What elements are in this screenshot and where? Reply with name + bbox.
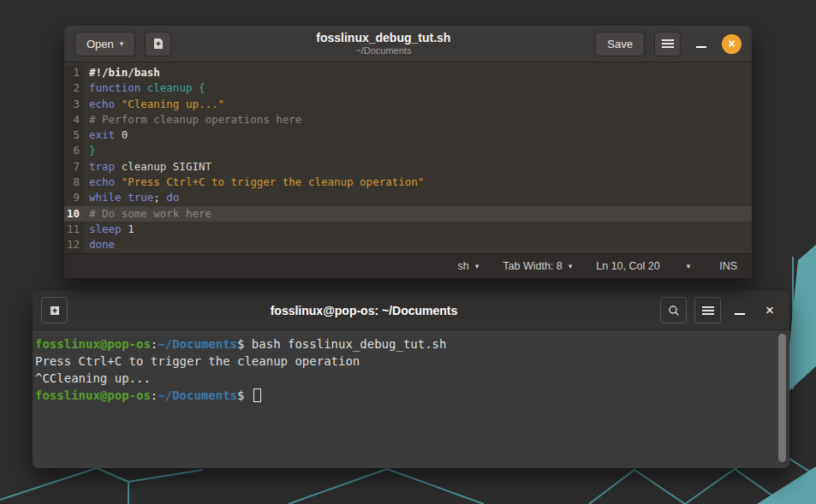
line-number: 7 bbox=[64, 159, 84, 175]
code-text: # Do some work here bbox=[84, 206, 752, 222]
window-title: fosslinux_debug_tut.sh ~/Documents bbox=[181, 31, 586, 56]
hamburger-icon bbox=[662, 39, 674, 48]
code-text: done bbox=[84, 237, 752, 252]
line-number: 2 bbox=[64, 80, 84, 96]
code-line: 3echo "Cleaning up..." bbox=[64, 97, 752, 112]
terminal-menu-button[interactable] bbox=[694, 297, 721, 323]
terminal-window: fosslinux@pop-os: ~/Documents × fosslinu… bbox=[33, 291, 789, 468]
hamburger-icon bbox=[702, 306, 714, 315]
cursor-position-selector[interactable]: Ln 10, Col 20 ▾ bbox=[596, 260, 690, 272]
code-line: 8echo "Press Ctrl+C to trigger the clean… bbox=[64, 175, 752, 190]
terminal-title: fosslinux@pop-os: ~/Documents bbox=[75, 304, 652, 317]
terminal-minimize-button[interactable] bbox=[729, 299, 751, 323]
line-number: 6 bbox=[64, 143, 84, 158]
tab-width-label: Tab Width: 8 bbox=[503, 260, 562, 272]
editor-headerbar: Open ▾ fosslinux_debug_tut.sh ~/Document… bbox=[64, 26, 752, 62]
terminal-cursor bbox=[253, 388, 261, 402]
tab-width-selector[interactable]: Tab Width: 8 ▾ bbox=[503, 260, 572, 272]
desktop-background: Open ▾ fosslinux_debug_tut.sh ~/Document… bbox=[0, 0, 816, 504]
new-tab-icon bbox=[48, 304, 62, 317]
code-line: 9while true; do bbox=[64, 190, 752, 205]
editor-code[interactable]: 1#!/bin/bash2function cleanup {3echo "Cl… bbox=[64, 62, 752, 253]
line-number: 4 bbox=[64, 112, 84, 127]
code-line: 2function cleanup { bbox=[64, 80, 752, 96]
line-number: 10 bbox=[64, 206, 84, 222]
line-number: 12 bbox=[64, 237, 84, 252]
line-number: 5 bbox=[64, 127, 84, 143]
minimize-button[interactable] bbox=[690, 32, 712, 56]
language-label: sh bbox=[458, 260, 469, 272]
line-number: 11 bbox=[64, 222, 84, 237]
open-button-label: Open bbox=[86, 38, 114, 50]
terminal-line: Press Ctrl+C to trigger the cleanup oper… bbox=[35, 353, 786, 370]
line-number: 8 bbox=[64, 175, 84, 190]
terminal-line: fosslinux@pop-os:~/Documents$ bbox=[35, 387, 786, 404]
open-button[interactable]: Open ▾ bbox=[74, 32, 135, 56]
terminal-headerbar: fosslinux@pop-os: ~/Documents × bbox=[33, 291, 789, 330]
code-text: echo "Cleaning up..." bbox=[84, 97, 752, 112]
search-icon bbox=[667, 304, 681, 317]
new-terminal-button[interactable] bbox=[41, 297, 68, 323]
code-text: exit 0 bbox=[84, 127, 752, 143]
code-line: 12done bbox=[64, 237, 752, 252]
editor-window: Open ▾ fosslinux_debug_tut.sh ~/Document… bbox=[64, 26, 752, 278]
chevron-down-icon: ▾ bbox=[569, 263, 573, 270]
code-text: sleep 1 bbox=[84, 222, 752, 237]
close-button[interactable]: × bbox=[722, 34, 742, 54]
minimize-icon bbox=[696, 46, 706, 48]
line-number: 9 bbox=[64, 190, 84, 205]
line-number: 1 bbox=[64, 65, 84, 80]
language-selector[interactable]: sh ▾ bbox=[458, 260, 479, 272]
terminal-output[interactable]: fosslinux@pop-os:~/Documents$ bash fossl… bbox=[33, 330, 789, 468]
new-document-button[interactable] bbox=[145, 32, 171, 56]
code-line: 11sleep 1 bbox=[64, 222, 752, 237]
document-path: ~/Documents bbox=[181, 45, 586, 56]
line-number: 3 bbox=[64, 97, 84, 112]
code-line: 4# Perform cleanup operations here bbox=[64, 112, 752, 127]
close-icon: × bbox=[765, 303, 774, 317]
code-text: function cleanup { bbox=[84, 80, 752, 96]
close-icon: × bbox=[728, 38, 735, 50]
terminal-line: ^CCleaning up... bbox=[35, 370, 786, 387]
code-text: echo "Press Ctrl+C to trigger the cleanu… bbox=[84, 175, 752, 190]
minimize-icon bbox=[735, 313, 745, 315]
input-mode-indicator: INS bbox=[719, 260, 737, 272]
save-button[interactable]: Save bbox=[595, 32, 645, 56]
code-line: 5exit 0 bbox=[64, 127, 752, 143]
chevron-down-icon: ▾ bbox=[687, 263, 691, 270]
chevron-down-icon: ▾ bbox=[120, 40, 124, 48]
cursor-position-label: Ln 10, Col 20 bbox=[596, 260, 659, 272]
code-line: 7trap cleanup SIGINT bbox=[64, 159, 752, 175]
code-text: } bbox=[84, 143, 752, 158]
code-text: trap cleanup SIGINT bbox=[84, 159, 752, 175]
new-document-icon bbox=[152, 37, 165, 50]
code-text: # Perform cleanup operations here bbox=[84, 112, 752, 127]
code-line: 6} bbox=[64, 143, 752, 158]
search-button[interactable] bbox=[660, 297, 687, 323]
terminal-scrollbar[interactable] bbox=[778, 334, 786, 462]
editor-statusbar: sh ▾ Tab Width: 8 ▾ Ln 10, Col 20 ▾ INS bbox=[64, 253, 752, 278]
menu-button[interactable] bbox=[654, 32, 681, 56]
document-title: fosslinux_debug_tut.sh bbox=[181, 31, 586, 45]
code-line: 1#!/bin/bash bbox=[64, 65, 752, 80]
code-line: 10# Do some work here bbox=[64, 206, 752, 222]
terminal-line: fosslinux@pop-os:~/Documents$ bash fossl… bbox=[35, 335, 786, 353]
code-text: while true; do bbox=[84, 190, 752, 205]
code-text: #!/bin/bash bbox=[84, 65, 752, 80]
chevron-down-icon: ▾ bbox=[475, 263, 479, 270]
terminal-close-button[interactable]: × bbox=[759, 299, 781, 323]
